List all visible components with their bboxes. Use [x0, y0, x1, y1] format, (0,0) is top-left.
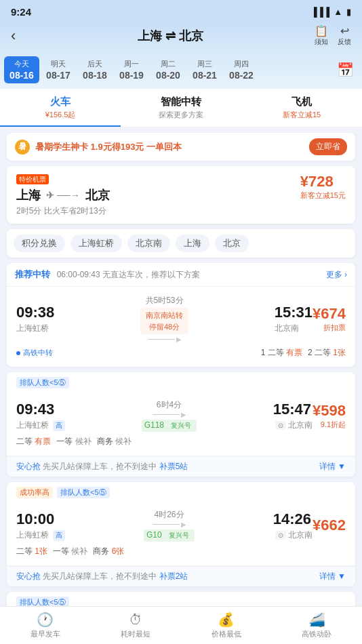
ticket-1-1: 二等 有票 — [16, 436, 51, 447]
train-card-1[interactable]: 09:43 上海虹桥 高 6时4分 ▶ G118 复兴号 — [7, 391, 355, 456]
anxin-label-2: 安心抢 — [16, 571, 41, 581]
flight-deal-price-sub: 新客立减15元 — [300, 190, 346, 201]
anxin-detail-2[interactable]: 详情 ▼ — [319, 571, 346, 582]
train-depart-2: 10:00 上海虹桥 高 — [16, 510, 65, 541]
train-arrive-2: 14:26 ⊙ 北京南 — [273, 510, 313, 541]
tab-transfer[interactable]: 智能中转 探索更多方案 — [121, 89, 241, 127]
anxin-link-1: 补票5站 — [159, 462, 188, 471]
train-duration-2: 4时26分 — [155, 509, 184, 521]
train-depart-1: 09:43 上海虹桥 高 — [16, 401, 65, 431]
filter-chip-3[interactable]: 上海 — [176, 235, 209, 252]
status-icons: ▐▐▐ ▲ ▮ — [310, 7, 351, 17]
ticket-2-2-avail: 候补 — [71, 546, 87, 556]
date-tab-0[interactable]: 今天 08-16 — [4, 56, 39, 83]
tab-train[interactable]: 火车 ¥156.5起 — [0, 89, 121, 127]
ticket-2-1-avail: 1张 — [35, 546, 47, 556]
nav-icon-3: 🚄 — [308, 611, 325, 628]
ticket-2-3: 商务 6张 — [93, 546, 124, 557]
date-tab-6[interactable]: 周四 08-22 — [224, 56, 259, 83]
day-label-2: 后天 — [87, 59, 102, 69]
section-header-transfer: 推荐中转 06:00-09:43 无直达车次，推荐以下方案 更多 › — [7, 263, 355, 287]
tab-flight-name: 飞机 — [291, 96, 312, 108]
nav-item-2[interactable]: 💰 价格最低 — [181, 607, 272, 644]
train-card-2[interactable]: 10:00 上海虹桥 高 4时26分 ▶ G10 复兴号 — [7, 501, 355, 566]
depart-tag-1: 高 — [53, 420, 65, 431]
transfer-ticket-info: 1 二等 有票 2 二等 1张 — [261, 347, 346, 359]
battery-icon: ▮ — [346, 7, 351, 17]
rank-tag-2b: 排队人数<5⑤ — [57, 487, 110, 498]
train-depart-station-1: 上海虹桥 高 — [16, 420, 65, 431]
filter-chip-4[interactable]: 北京 — [215, 235, 249, 252]
transfer-card[interactable]: 09:38 上海虹桥 共5时53分 南京南站转停留48分 ▶ 15:31 北京南 — [7, 287, 355, 367]
tab-transfer-sub: 探索更多方案 — [159, 110, 203, 120]
transfer-arrive-time: 15:31 — [275, 304, 313, 321]
date-tab-5[interactable]: 周三 08-21 — [187, 56, 222, 83]
filter-chip-1[interactable]: 上海虹桥 — [71, 235, 122, 252]
filter-chip-0[interactable]: 积分兑换 — [14, 235, 65, 252]
ticket-2-3-avail: 6张 — [112, 546, 125, 556]
anxin-detail-1[interactable]: 详情 ▼ — [319, 461, 346, 472]
train-arrive-time-2: 14:26 — [273, 510, 313, 528]
recommend-transfer-title: 推荐中转 — [15, 269, 50, 279]
train-arrive-station-1: ⊙ 北京南 — [273, 420, 313, 431]
ticket-1-2-avail: 候补 — [75, 437, 92, 446]
type-tag-dot — [16, 351, 20, 355]
page-title: 上海 ⇌ 北京 — [31, 28, 310, 44]
tab-train-name: 火车 — [50, 96, 71, 108]
date-tab-3[interactable]: 周一 08-19 — [114, 56, 149, 83]
train-arrive-station-2: ⊙ 北京南 — [273, 529, 313, 541]
transfer-duration: 共5时53分 — [146, 295, 184, 306]
nav-item-1[interactable]: ⏱ 耗时最短 — [91, 607, 182, 644]
train-arrive-1: 15:47 ⊙ 北京南 — [273, 401, 313, 431]
date-tab-1[interactable]: 明天 08-17 — [41, 56, 76, 83]
promo-banner[interactable]: 暑 暑期学生神卡 1.9元得193元 一单回本 立即省 — [7, 133, 355, 161]
transfer-detail: 南京南站转停留48分 — [140, 308, 188, 334]
type-tag-label: 高铁中转 — [23, 348, 53, 358]
tab-transfer-name: 智能中转 — [161, 96, 201, 108]
transfer-line — [148, 339, 175, 340]
day-label-3: 周一 — [124, 59, 139, 69]
flight-deal-card[interactable]: 特价机票 上海 ✈ ──→ 北京 2时5分 比火车省2时13分 ¥728 新客立… — [7, 166, 355, 224]
train-arrow-1: ▶ — [153, 411, 186, 418]
feedback-button[interactable]: ↩ 反馈 — [338, 24, 351, 47]
ticket-info-2: 二等 1张 一等 候补 商务 6张 — [16, 546, 124, 557]
day-label-0: 今天 — [14, 59, 29, 69]
date-tab-2[interactable]: 后天 08-18 — [77, 56, 113, 83]
ticket-1-3: 商务 候补 — [97, 436, 132, 447]
train-depart-time-1: 09:43 — [16, 401, 65, 418]
transfer-arrow: ▶ — [148, 336, 182, 343]
train-main-row-1: 09:43 上海虹桥 高 6时4分 ▶ G118 复兴号 — [16, 399, 346, 432]
nav-item-3[interactable]: 🚄 高铁动卧 — [272, 607, 363, 644]
tab-flight[interactable]: 飞机 新客立减15 — [241, 89, 362, 127]
day-label-4: 周二 — [161, 59, 176, 69]
status-bar: 9:24 ▐▐▐ ▲ ▮ — [0, 0, 362, 22]
ticket-1-1-avail: 有票 — [35, 437, 51, 446]
date-tab-4[interactable]: 周二 08-20 — [150, 56, 186, 83]
anxin-link-2: 补票2站 — [159, 571, 188, 581]
ticket-2-1: 二等 1张 — [16, 546, 47, 557]
flight-deal-price-block: ¥728 新客立减15元 — [300, 173, 346, 201]
train-tag-2: 复兴号 — [166, 530, 192, 541]
feedback-label: 反馈 — [338, 37, 351, 47]
date-label-3: 08-19 — [119, 70, 144, 81]
ticket-info-1: 二等 有票 一等 候补 商务 候补 — [16, 436, 132, 447]
train-price-sub-1: 9.1折起 — [313, 420, 346, 430]
subscribe-button[interactable]: 📋 须知 — [315, 24, 328, 47]
transfer-type-tag: 高铁中转 — [16, 348, 53, 358]
arrow-icon-1: ▶ — [181, 411, 186, 418]
nav-icon-1: ⏱ — [129, 612, 142, 628]
rank-label-2: 成功率高 排队人数<5⑤ — [7, 482, 355, 501]
transfer-price-tag: 折扣票 — [313, 323, 346, 333]
anxin-row-2: 安心抢 先买几站保障上车，抢不到途中 补票2站 详情 ▼ — [7, 566, 355, 586]
calendar-button[interactable]: 📅 — [333, 59, 358, 81]
flight-to: 北京 — [85, 187, 110, 203]
filter-chip-2[interactable]: 北京南 — [127, 235, 170, 252]
promo-button[interactable]: 立即省 — [309, 138, 347, 155]
nav-item-0[interactable]: 🕐 最早发车 — [0, 607, 91, 644]
train-section-1: 排队人数<5⑤ 09:43 上海虹桥 高 6时4分 ▶ — [7, 372, 355, 477]
more-button[interactable]: 更多 › — [326, 269, 347, 281]
anxin-text-2: 安心抢 先买几站保障上车，抢不到途中 补票2站 — [16, 571, 188, 582]
header: ‹ 上海 ⇌ 北京 📋 须知 ↩ 反馈 — [0, 22, 362, 54]
back-button[interactable]: ‹ — [11, 27, 31, 45]
ticket-1-2: 一等 候补 — [56, 436, 91, 447]
